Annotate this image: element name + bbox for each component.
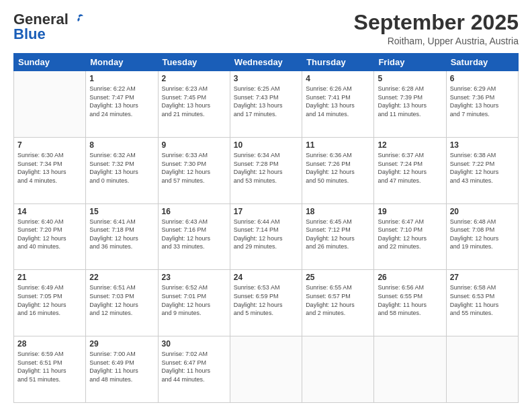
day-number: 27 [450,273,515,282]
day-number: 10 [234,140,298,150]
day-info: Sunrise: 6:48 AM Sunset: 7:08 PM Dayligh… [450,218,515,251]
day-number: 6 [450,74,515,83]
calendar-cell: 23Sunrise: 6:52 AM Sunset: 7:01 PM Dayli… [158,270,230,336]
calendar-cell [14,71,86,138]
calendar-cell: 27Sunrise: 6:58 AM Sunset: 6:53 PM Dayli… [446,270,518,336]
day-number: 13 [450,140,515,150]
calendar-cell: 22Sunrise: 6:51 AM Sunset: 7:03 PM Dayli… [86,270,158,336]
calendar-week-row: 28Sunrise: 6:59 AM Sunset: 6:51 PM Dayli… [14,336,519,403]
calendar-cell: 30Sunrise: 7:02 AM Sunset: 6:47 PM Dayli… [158,336,230,403]
calendar-cell: 5Sunrise: 6:28 AM Sunset: 7:39 PM Daylig… [374,71,446,138]
calendar-cell: 29Sunrise: 7:00 AM Sunset: 6:49 PM Dayli… [86,336,158,403]
calendar-cell: 24Sunrise: 6:53 AM Sunset: 6:59 PM Dayli… [230,270,302,336]
day-number: 7 [17,140,82,150]
day-info: Sunrise: 6:40 AM Sunset: 7:20 PM Dayligh… [17,218,82,251]
location: Roitham, Upper Austria, Austria [354,36,519,46]
logo-blue: Blue [13,26,46,43]
calendar-cell: 26Sunrise: 6:56 AM Sunset: 6:55 PM Dayli… [374,270,446,336]
day-info: Sunrise: 6:26 AM Sunset: 7:41 PM Dayligh… [306,85,370,118]
day-info: Sunrise: 6:33 AM Sunset: 7:30 PM Dayligh… [162,151,226,185]
weekday-header-saturday: Saturday [446,54,518,71]
day-number: 23 [162,273,226,282]
calendar-cell: 28Sunrise: 6:59 AM Sunset: 6:51 PM Dayli… [14,336,86,403]
day-number: 19 [378,207,442,216]
calendar-week-row: 1Sunrise: 6:22 AM Sunset: 7:47 PM Daylig… [14,71,519,138]
calendar-table: SundayMondayTuesdayWednesdayThursdayFrid… [13,53,519,403]
day-info: Sunrise: 6:53 AM Sunset: 6:59 PM Dayligh… [234,283,298,317]
day-info: Sunrise: 6:36 AM Sunset: 7:26 PM Dayligh… [306,151,370,185]
day-number: 18 [306,207,370,216]
calendar-cell: 11Sunrise: 6:36 AM Sunset: 7:26 PM Dayli… [302,137,374,203]
calendar-cell: 21Sunrise: 6:49 AM Sunset: 7:05 PM Dayli… [14,270,86,336]
page: General Blue September 2025 Roitham, Upp… [0,0,532,411]
calendar-cell [446,336,518,403]
day-number: 3 [234,74,298,83]
weekday-header-friday: Friday [374,54,446,71]
calendar-cell [230,336,302,403]
day-number: 14 [17,207,82,216]
day-info: Sunrise: 6:30 AM Sunset: 7:34 PM Dayligh… [17,151,82,185]
day-info: Sunrise: 6:56 AM Sunset: 6:55 PM Dayligh… [378,283,442,317]
calendar-cell: 3Sunrise: 6:25 AM Sunset: 7:43 PM Daylig… [230,71,302,138]
calendar-cell [302,336,374,403]
day-info: Sunrise: 6:45 AM Sunset: 7:12 PM Dayligh… [306,218,370,251]
calendar-cell: 1Sunrise: 6:22 AM Sunset: 7:47 PM Daylig… [86,71,158,138]
day-number: 21 [17,273,82,282]
header: General Blue September 2025 Roitham, Upp… [13,11,519,46]
calendar-cell: 12Sunrise: 6:37 AM Sunset: 7:24 PM Dayli… [374,137,446,203]
calendar-cell: 6Sunrise: 6:29 AM Sunset: 7:36 PM Daylig… [446,71,518,138]
calendar-week-row: 21Sunrise: 6:49 AM Sunset: 7:05 PM Dayli… [14,270,519,336]
day-number: 12 [378,140,442,150]
day-number: 28 [17,339,82,349]
calendar-cell: 2Sunrise: 6:23 AM Sunset: 7:45 PM Daylig… [158,71,230,138]
day-info: Sunrise: 7:02 AM Sunset: 6:47 PM Dayligh… [162,350,226,383]
title-block: September 2025 Roitham, Upper Austria, A… [354,11,519,46]
weekday-header-thursday: Thursday [302,54,374,71]
calendar-cell: 17Sunrise: 6:44 AM Sunset: 7:14 PM Dayli… [230,203,302,270]
day-number: 15 [89,207,154,216]
day-info: Sunrise: 6:37 AM Sunset: 7:24 PM Dayligh… [378,151,442,185]
calendar-cell: 25Sunrise: 6:55 AM Sunset: 6:57 PM Dayli… [302,270,374,336]
calendar-cell: 19Sunrise: 6:47 AM Sunset: 7:10 PM Dayli… [374,203,446,270]
day-number: 30 [162,339,226,349]
day-info: Sunrise: 6:41 AM Sunset: 7:18 PM Dayligh… [89,218,154,251]
calendar-cell: 8Sunrise: 6:32 AM Sunset: 7:32 PM Daylig… [86,137,158,203]
calendar-cell [374,336,446,403]
day-number: 16 [162,207,226,216]
calendar-cell: 13Sunrise: 6:38 AM Sunset: 7:22 PM Dayli… [446,137,518,203]
weekday-header-wednesday: Wednesday [230,54,302,71]
day-number: 20 [450,207,515,216]
day-info: Sunrise: 6:55 AM Sunset: 6:57 PM Dayligh… [306,283,370,317]
day-number: 8 [89,140,154,150]
day-info: Sunrise: 6:29 AM Sunset: 7:36 PM Dayligh… [450,85,515,118]
day-info: Sunrise: 6:59 AM Sunset: 6:51 PM Dayligh… [17,350,82,383]
day-info: Sunrise: 6:38 AM Sunset: 7:22 PM Dayligh… [450,151,515,185]
day-number: 25 [306,273,370,282]
calendar-cell: 20Sunrise: 6:48 AM Sunset: 7:08 PM Dayli… [446,203,518,270]
calendar-cell: 14Sunrise: 6:40 AM Sunset: 7:20 PM Dayli… [14,203,86,270]
day-info: Sunrise: 6:34 AM Sunset: 7:28 PM Dayligh… [234,151,298,185]
day-info: Sunrise: 6:32 AM Sunset: 7:32 PM Dayligh… [89,151,154,185]
weekday-header-tuesday: Tuesday [158,54,230,71]
calendar-week-row: 14Sunrise: 6:40 AM Sunset: 7:20 PM Dayli… [14,203,519,270]
day-number: 9 [162,140,226,150]
weekday-header-row: SundayMondayTuesdayWednesdayThursdayFrid… [14,54,519,71]
logo: General Blue [13,11,85,43]
day-info: Sunrise: 6:22 AM Sunset: 7:47 PM Dayligh… [89,85,154,118]
day-info: Sunrise: 6:52 AM Sunset: 7:01 PM Dayligh… [162,283,226,317]
calendar-cell: 9Sunrise: 6:33 AM Sunset: 7:30 PM Daylig… [158,137,230,203]
day-number: 4 [306,74,370,83]
day-info: Sunrise: 6:47 AM Sunset: 7:10 PM Dayligh… [378,218,442,251]
logo-bird-icon [70,12,85,27]
day-info: Sunrise: 6:51 AM Sunset: 7:03 PM Dayligh… [89,283,154,317]
day-number: 5 [378,74,442,83]
day-number: 24 [234,273,298,282]
weekday-header-sunday: Sunday [14,54,86,71]
calendar-cell: 4Sunrise: 6:26 AM Sunset: 7:41 PM Daylig… [302,71,374,138]
calendar-week-row: 7Sunrise: 6:30 AM Sunset: 7:34 PM Daylig… [14,137,519,203]
calendar-cell: 15Sunrise: 6:41 AM Sunset: 7:18 PM Dayli… [86,203,158,270]
day-number: 2 [162,74,226,83]
day-info: Sunrise: 6:58 AM Sunset: 6:53 PM Dayligh… [450,283,515,317]
day-info: Sunrise: 6:44 AM Sunset: 7:14 PM Dayligh… [234,218,298,251]
day-info: Sunrise: 6:49 AM Sunset: 7:05 PM Dayligh… [17,283,82,317]
